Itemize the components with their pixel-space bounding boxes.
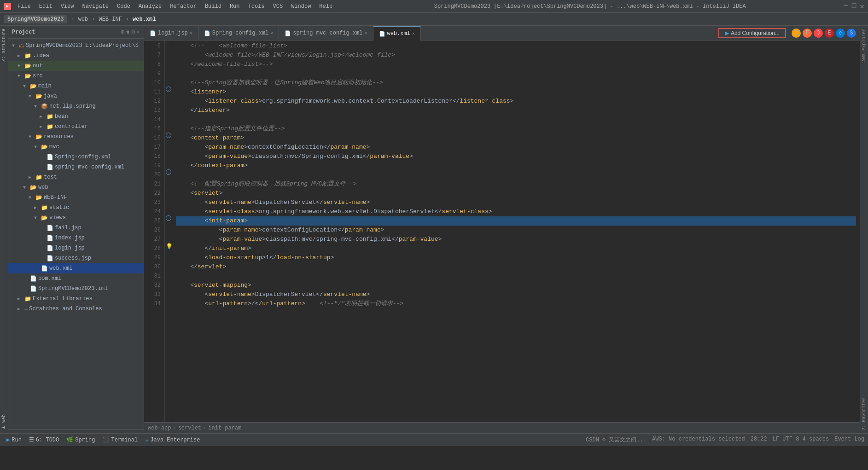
project-settings-icon[interactable]: ⚙	[132, 29, 135, 35]
project-sort-icon[interactable]: ⇅	[126, 29, 129, 35]
safari-icon[interactable]: S	[847, 29, 856, 38]
window-controls[interactable]: ─ □ ✕	[844, 2, 864, 11]
todo-label: 6: TODO	[36, 437, 59, 443]
ie-icon[interactable]: E	[825, 29, 834, 38]
menu-edit[interactable]: Edit	[35, 2, 56, 11]
tree-item-fail-jsp[interactable]: ▶ 📄 fail.jsp	[8, 223, 144, 233]
tree-item-login-jsp[interactable]: ▶ 📄 login.jsp	[8, 243, 144, 253]
tab-close-btn[interactable]: ✕	[270, 30, 273, 36]
menu-help[interactable]: Help	[315, 2, 336, 11]
project-close-icon[interactable]: ✕	[137, 29, 140, 35]
code-text: >	[222, 262, 226, 272]
tab-web-xml[interactable]: 📄 web.xml ✕	[373, 26, 421, 41]
menu-analyze[interactable]: Analyze	[135, 2, 165, 11]
tree-item-views[interactable]: ▼ 📂 views	[8, 213, 144, 223]
tree-item-success-jsp[interactable]: ▶ 📄 success.jsp	[8, 253, 144, 263]
menu-navigate[interactable]: Navigate	[78, 2, 112, 11]
java-enterprise-button[interactable]: ☕ Java Enterprise	[142, 434, 203, 447]
project-sync-icon[interactable]: ⊕	[121, 29, 124, 35]
line-num: 10	[144, 78, 161, 87]
todo-button[interactable]: ☰ 6: TODO	[26, 434, 62, 447]
tree-item-mvc[interactable]: ▼ 📂 mvc	[8, 142, 144, 152]
tree-item-static[interactable]: ▶ 📁 static	[8, 203, 144, 213]
run-button[interactable]: ▶ Run	[4, 434, 24, 447]
tree-item-root[interactable]: ▼ 🗂 SpringMVCDemo2023 E:\IdeaProject\S	[8, 41, 144, 51]
tab-close-btn[interactable]: ✕	[365, 30, 367, 36]
sidebar-label-web[interactable]: ▶ Web	[0, 412, 7, 433]
tree-item-spring-config[interactable]: ▶ 📄 Spring-config.xml	[8, 152, 144, 162]
menu-window[interactable]: Window	[287, 2, 315, 11]
code-text: context-param	[194, 133, 240, 143]
tab-login-jsp[interactable]: 📄 login.jsp ✕	[144, 26, 198, 41]
menu-refactor[interactable]: Refactor	[166, 2, 200, 11]
tree-item-web-xml[interactable]: ▶ 📄 web.xml	[8, 263, 144, 273]
folder-icon: 📂	[24, 63, 31, 70]
folder-icon: 📂	[35, 93, 42, 100]
tree-arrow: ▶	[34, 205, 40, 210]
menu-tools[interactable]: Tools	[245, 2, 268, 11]
tree-item-pom[interactable]: ▶ 📄 pom.xml	[8, 273, 144, 284]
chrome-icon[interactable]: C	[792, 29, 801, 38]
code-content[interactable]: <!-- <welcome-file-list> <welcome-file>/…	[172, 41, 860, 422]
tree-item-test[interactable]: ▶ 📁 test	[8, 172, 144, 182]
code-text: </	[435, 207, 442, 216]
tab-close-btn[interactable]: ✕	[190, 30, 192, 36]
close-button[interactable]: ✕	[860, 2, 864, 11]
menu-code[interactable]: Code	[113, 2, 134, 11]
tree-item-web[interactable]: ▼ 📂 web	[8, 182, 144, 192]
tree-item-webinf[interactable]: ▼ 📂 WEB-INF	[8, 192, 144, 203]
tab-mvc-config[interactable]: 📄 spring-mvc-config.xml ✕	[279, 26, 373, 41]
edge-icon[interactable]: e	[836, 29, 845, 38]
project-header-icons[interactable]: ⊕ ⇅ ⚙ ✕	[121, 29, 140, 35]
menu-file[interactable]: File	[14, 2, 35, 11]
tree-label: success.jsp	[55, 255, 91, 261]
minimize-button[interactable]: ─	[844, 2, 848, 11]
tree-item-src[interactable]: ▼ 📂 src	[8, 71, 144, 81]
tree-item-iml[interactable]: ▶ 📄 SpringMVCDemo2023.iml	[8, 284, 144, 294]
code-text: <!--指定Spring配置文件位置-->	[176, 124, 285, 133]
code-text: param-name	[345, 226, 381, 235]
sidebar-label-aws[interactable]: AWS Explorer	[861, 26, 868, 64]
menu-bar[interactable]: File Edit View Navigate Code Analyze Ref…	[14, 2, 336, 11]
code-text: 1	[266, 253, 269, 262]
spring-button[interactable]: 🌿 Spring	[64, 434, 98, 447]
opera-icon[interactable]: O	[814, 29, 823, 38]
tree-label: login.jsp	[55, 245, 85, 251]
tree-item-bean[interactable]: ▶ 📁 bean	[8, 111, 144, 122]
tree-item-scratches[interactable]: ▶ ✏ Scratches and Consoles	[8, 304, 144, 314]
tree-item-mvc-config[interactable]: ▶ 📄 spring-mvc-config.xml	[8, 162, 144, 172]
tab-close-btn[interactable]: ✕	[412, 31, 415, 36]
maximize-button[interactable]: □	[852, 2, 856, 11]
tree-item-idea[interactable]: ▶ 📁 .idea	[8, 51, 144, 61]
yellow-bulb-icon[interactable]: 💡	[166, 243, 173, 250]
firefox-icon[interactable]: F	[803, 29, 812, 38]
tree-item-main[interactable]: ▼ 📂 main	[8, 81, 144, 91]
project-scrollbar[interactable]	[8, 429, 144, 433]
add-configuration-button[interactable]: ▶ Add Configuration...	[718, 28, 786, 38]
tree-item-package[interactable]: ▼ 📦 net.llp.spring	[8, 101, 144, 111]
left-sidebar: Z: Structure ▶ Web	[0, 26, 8, 433]
menu-view[interactable]: View	[57, 2, 78, 11]
code-line-14	[176, 115, 856, 124]
tree-item-ext-libs[interactable]: ▶ 📁 External Libraries	[8, 294, 144, 304]
tree-item-out[interactable]: ▼ 📂 out	[8, 61, 144, 71]
code-text: >	[248, 152, 251, 161]
tree-item-controller[interactable]: ▶ 📁 controller	[8, 122, 144, 132]
add-config-label: Add Configuration...	[731, 30, 780, 36]
xml-file-icon: 📄	[47, 164, 53, 171]
code-text: >	[255, 207, 259, 216]
menu-build[interactable]: Build	[201, 2, 225, 11]
menu-vcs[interactable]: VCS	[269, 2, 287, 11]
sidebar-label-favorites[interactable]: 2: Favorites	[861, 395, 868, 433]
code-text: servlet-name	[323, 290, 367, 299]
tree-arrow: ▼	[34, 104, 40, 109]
menu-run[interactable]: Run	[226, 2, 244, 11]
sidebar-label-structure[interactable]: Z: Structure	[0, 26, 7, 64]
tree-item-java[interactable]: ▼ 📂 java	[8, 91, 144, 101]
tree-item-index-jsp[interactable]: ▶ 📄 index.jsp	[8, 233, 144, 243]
tree-item-resources[interactable]: ▼ 📂 resources	[8, 132, 144, 142]
code-text: org.springframework.web.servlet.Dispatch…	[258, 207, 434, 216]
code-text: </	[316, 290, 323, 299]
tab-spring-config[interactable]: 📄 Spring-config.xml ✕	[198, 26, 279, 41]
terminal-button[interactable]: ⬛ Terminal	[99, 434, 140, 447]
